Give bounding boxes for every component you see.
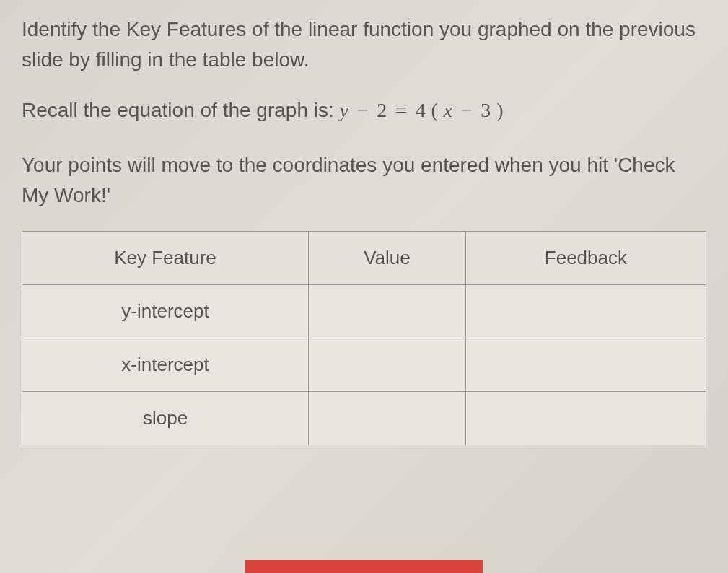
instruction-paragraph-1: Identify the Key Features of the linear … [22, 14, 706, 75]
row-feedback [465, 392, 706, 445]
table-header-row: Key Feature Value Feedback [22, 232, 706, 285]
equation-equals: = [392, 99, 410, 121]
equation-constant-2: 2 [377, 99, 387, 121]
header-value: Value [309, 232, 466, 285]
equation-minus-2: − [458, 99, 475, 121]
equation-paragraph: Recall the equation of the graph is: y −… [22, 95, 706, 126]
equation-constant-4: 4 [416, 99, 426, 121]
equation-lparen: ( [431, 99, 437, 121]
row-feature-label: x-intercept [22, 338, 309, 392]
equation-prefix: Recall the equation of the graph is: [22, 99, 340, 121]
equation-constant-3: 3 [481, 99, 491, 121]
row-feedback [465, 338, 706, 392]
header-key-feature: Key Feature [22, 232, 309, 285]
row-feature-label: slope [22, 392, 309, 445]
table-row: slope [22, 392, 706, 445]
row-value-input[interactable] [309, 338, 466, 392]
equation-x: x [444, 99, 452, 121]
row-value-input[interactable] [309, 392, 466, 445]
key-features-table: Key Feature Value Feedback y-intercept x… [22, 231, 706, 445]
row-value-input[interactable] [309, 285, 466, 338]
header-feedback: Feedback [465, 232, 706, 285]
row-feature-label: y-intercept [22, 285, 309, 338]
equation-y: y [340, 99, 348, 121]
table-row: x-intercept [22, 338, 706, 392]
equation-rparen: ) [496, 99, 503, 121]
table-row: y-intercept [22, 285, 706, 338]
instruction-paragraph-3: Your points will move to the coordinates… [22, 150, 706, 211]
check-my-work-button[interactable] [245, 560, 483, 573]
equation-minus-1: − [354, 99, 372, 121]
row-feedback [465, 285, 706, 338]
